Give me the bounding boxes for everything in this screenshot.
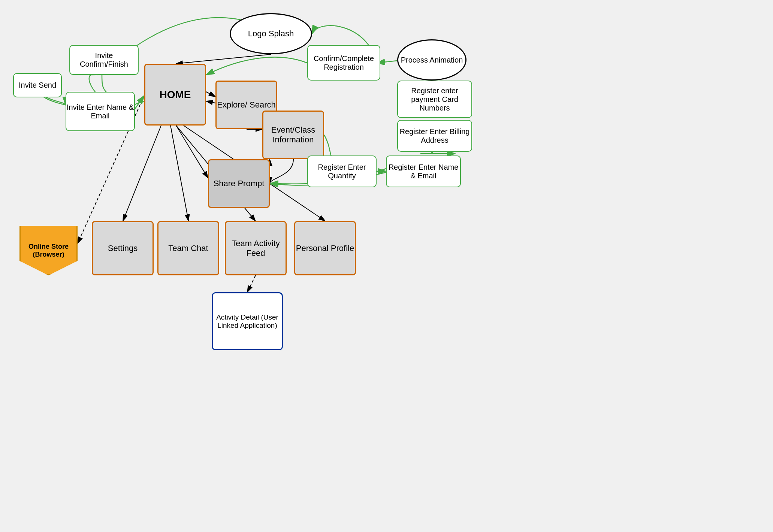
invite-send-label: Invite Send bbox=[19, 81, 56, 90]
register-billing-label: Register Enter Billing Address bbox=[398, 127, 471, 145]
team-chat-label: Team Chat bbox=[168, 244, 208, 253]
team-activity-feed-node: Team Activity Feed bbox=[225, 221, 287, 275]
personal-profile-node: Personal Profile bbox=[294, 221, 356, 275]
register-enter-name-label: Register Enter Name & Email bbox=[387, 163, 460, 180]
svg-line-13 bbox=[247, 275, 256, 292]
logo-splash-node: Logo Splash bbox=[230, 13, 312, 54]
confirm-complete-node: Confirm/Complete Registration bbox=[307, 45, 380, 81]
invite-confirm-label: Invite Confirm/Finish bbox=[70, 51, 138, 69]
register-billing-node: Register Enter Billing Address bbox=[397, 120, 472, 152]
confirm-complete-label: Confirm/Complete Registration bbox=[308, 54, 380, 72]
process-animation-node: Process Animation bbox=[397, 39, 466, 81]
activity-detail-node: Activity Detail (User Linked Application… bbox=[212, 292, 283, 350]
svg-line-9 bbox=[170, 126, 188, 221]
share-prompt-node: Share Prompt bbox=[208, 159, 270, 208]
personal-profile-label: Personal Profile bbox=[296, 244, 354, 253]
process-animation-label: Process Animation bbox=[401, 56, 463, 64]
register-enter-qty-label: Register Enter Quantity bbox=[308, 163, 376, 180]
svg-line-3 bbox=[176, 54, 271, 64]
team-activity-feed-label: Team Activity Feed bbox=[226, 239, 286, 258]
event-class-node: Event/Class Information bbox=[262, 111, 324, 159]
svg-line-4 bbox=[206, 92, 215, 97]
invite-send-node: Invite Send bbox=[13, 73, 62, 97]
invite-enter-node: Invite Enter Name & Email bbox=[66, 92, 135, 131]
event-class-label: Event/Class Information bbox=[263, 125, 323, 145]
home-label: HOME bbox=[160, 89, 191, 101]
explore-search-label: Explore/ Search bbox=[217, 100, 276, 110]
svg-line-7 bbox=[176, 126, 208, 178]
register-payment-label: Register enter payment Card Numbers bbox=[398, 87, 471, 112]
invite-enter-label: Invite Enter Name & Email bbox=[66, 103, 134, 120]
settings-label: Settings bbox=[108, 244, 138, 253]
register-enter-qty-node: Register Enter Quantity bbox=[307, 155, 377, 187]
invite-confirm-node: Invite Confirm/Finish bbox=[69, 45, 139, 75]
svg-line-14 bbox=[206, 101, 215, 103]
svg-line-8 bbox=[123, 126, 161, 221]
register-payment-node: Register enter payment Card Numbers bbox=[397, 81, 472, 118]
online-store-node: Online Store (Browser) bbox=[19, 217, 78, 275]
logo-splash-label: Logo Splash bbox=[248, 29, 294, 39]
activity-detail-label: Activity Detail (User Linked Application… bbox=[213, 313, 282, 330]
share-prompt-label: Share Prompt bbox=[214, 179, 265, 188]
team-chat-node: Team Chat bbox=[157, 221, 219, 275]
diagram-container: Logo Splash HOME Explore/ Search Event/C… bbox=[0, 0, 773, 532]
settings-node: Settings bbox=[92, 221, 154, 275]
register-enter-name-node: Register Enter Name & Email bbox=[386, 155, 461, 187]
online-store-label: Online Store (Browser) bbox=[21, 243, 76, 259]
home-node: HOME bbox=[144, 64, 206, 126]
